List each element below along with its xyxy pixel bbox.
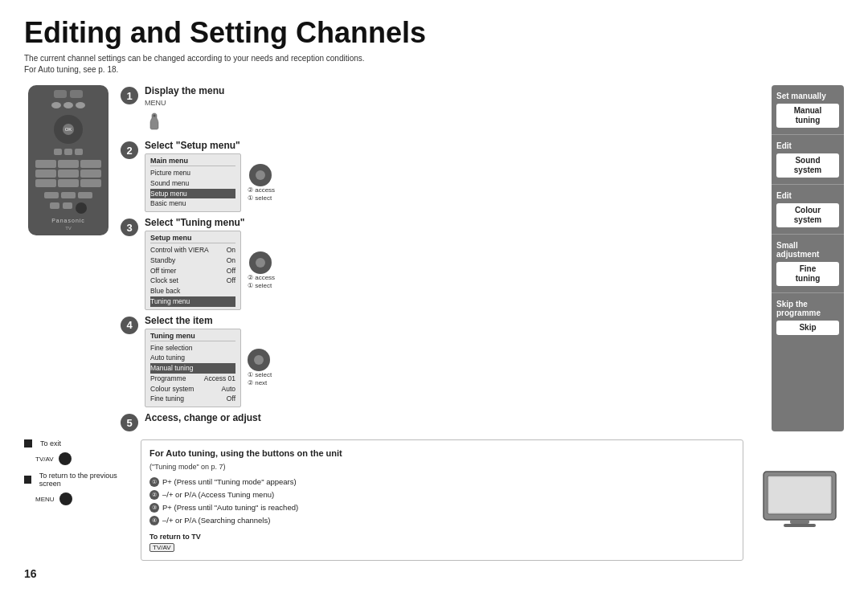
sidebar-skip-label: Skip the programme: [776, 300, 839, 317]
tuning-steps: ① P+ (Press until "Tuning mode" appears)…: [149, 476, 735, 528]
tv-image: [755, 439, 844, 561]
step-1-title: Display the menu: [145, 85, 764, 96]
step-2: 2 Select "Setup menu" Main menu Picture …: [121, 140, 764, 212]
tuning-step-1-text: P+ (Press until "Tuning mode" appears): [162, 476, 297, 488]
step-3-content: Select "Tuning menu" Setup menu Control …: [145, 217, 764, 310]
tuning-step-4-text: –/+ or P/A (Searching channels): [162, 514, 270, 527]
step-2-number: 2: [121, 141, 138, 159]
svg-rect-3: [769, 477, 830, 513]
return-label: To return to the previous screen: [39, 472, 129, 488]
steps-area: 1 Display the menu MENU 2 Select "Setup …: [121, 85, 764, 431]
step-4-menu: Tuning menu Fine selection Auto tuning M…: [145, 329, 241, 408]
bottom-area: To exit TV/AV To return to the previous …: [24, 439, 844, 561]
step-1-number: 1: [121, 87, 138, 104]
page-title: Editing and Setting Channels: [24, 16, 844, 50]
step-1: 1 Display the menu MENU: [121, 85, 764, 135]
step-3-select-label: ① select: [248, 282, 275, 289]
return-tv-label: To return to TV: [149, 533, 201, 541]
exit-label: To exit: [40, 439, 61, 447]
sidebar-colour-system-btn: Colour system: [776, 203, 839, 227]
svg-rect-4: [790, 520, 809, 524]
step-4-next-label: ② next: [248, 379, 272, 386]
exit-row: To exit: [24, 439, 129, 447]
sidebar-sound-system-btn: Sound system: [776, 153, 839, 178]
step-2-menu-title: Main menu: [150, 157, 235, 166]
sidebar-set-manually-label: Set manually: [776, 92, 839, 100]
page-number: 16: [24, 567, 844, 580]
return-btn-label: MENU: [35, 496, 55, 503]
step-4-title: Select the item: [145, 315, 764, 326]
sidebar-edit-sound-label: Edit: [776, 141, 839, 150]
step-5-number: 5: [121, 414, 138, 431]
step-2-title: Select "Setup menu": [145, 140, 764, 151]
exit-square-icon: [24, 439, 32, 447]
step-3-number: 3: [121, 219, 138, 236]
step-3-dpad: ② access ① select: [246, 251, 275, 289]
step-2-menu-row-1: Picture menu: [150, 168, 235, 178]
step-3-menu-title: Setup menu: [150, 234, 235, 243]
step-3: 3 Select "Tuning menu" Setup menu Contro…: [121, 217, 764, 310]
sidebar-small-adj-label: Small adjustment: [776, 241, 839, 259]
step-3-title: Select "Tuning menu": [145, 217, 764, 228]
return-row: To return to the previous screen: [24, 472, 129, 488]
sidebar-edit-sound: Edit Sound system: [772, 135, 844, 185]
sidebar-small-adjustment: Small adjustment Fine tuning: [772, 235, 844, 293]
remote-control: OK Panasonic TV: [24, 85, 113, 431]
sidebar-set-manually: Set manually Manual tuning: [772, 85, 844, 135]
step-2-access-label: ② access: [248, 186, 275, 194]
step-3-access-label: ② access: [248, 274, 275, 281]
sidebar-skip-programme: Skip the programme Skip: [772, 293, 844, 341]
auto-tuning-box: For Auto tuning, using the buttons on th…: [141, 439, 743, 561]
step-2-menu-row-2: Sound menu: [150, 178, 235, 189]
subtitle: The current channel settings can be chan…: [24, 53, 844, 76]
step-4-number: 4: [121, 317, 138, 334]
step-5: 5 Access, change or adjust: [121, 412, 764, 431]
step-2-menu-row-4: Basic menu: [150, 198, 235, 209]
step-4-select-label: ① select: [248, 371, 272, 378]
step-4: 4 Select the item Tuning menu Fine selec…: [121, 315, 764, 408]
remote-brand-label: Panasonic: [51, 218, 85, 223]
svg-rect-5: [784, 524, 816, 527]
step-4-dpad: ① select ② next: [246, 349, 272, 386]
tv-svg: [760, 468, 840, 532]
step-4-content: Select the item Tuning menu Fine selecti…: [145, 315, 764, 408]
remote-tv-label: TV: [65, 226, 72, 231]
step-5-title: Access, change or adjust: [145, 412, 764, 423]
auto-tuning-sub: ("Tuning mode" on p. 7): [149, 463, 735, 471]
step-5-content: Access, change or adjust: [145, 412, 764, 426]
right-sidebar: Set manually Manual tuning Edit Sound sy…: [772, 85, 844, 431]
step-1-sublabel: MENU: [145, 99, 764, 107]
return-round-btn: [59, 492, 72, 505]
step-4-menu-title: Tuning menu: [150, 332, 235, 341]
step-2-menu: Main menu Picture menu Sound menu Setup …: [145, 153, 241, 212]
step-3-menu: Setup menu Control with VIERAOn StandbyO…: [145, 231, 241, 310]
exit-round-btn: [59, 452, 72, 465]
step-2-dpad: ② access ① select: [246, 164, 275, 202]
bottom-left: To exit TV/AV To return to the previous …: [24, 439, 129, 561]
tuning-step-1: ① P+ (Press until "Tuning mode" appears): [149, 476, 735, 488]
return-square-icon: [24, 476, 31, 484]
tuning-step-2-text: –/+ or P/A (Access Tuning menu): [162, 488, 274, 501]
sidebar-fine-tuning-btn: Fine tuning: [776, 262, 839, 286]
sidebar-manual-tuning-btn: Manual tuning: [776, 104, 839, 128]
sidebar-skip-btn: Skip: [776, 321, 839, 335]
return-tv-btn: TV/AV: [149, 543, 174, 552]
tuning-step-3-text: P+ (Press until "Auto tuning" is reached…: [162, 501, 298, 514]
sidebar-edit-colour-label: Edit: [776, 191, 839, 200]
return-tv-row: To return to TV: [149, 533, 735, 541]
auto-tuning-title: For Auto tuning, using the buttons on th…: [149, 448, 735, 458]
tuning-step-3: ③ P+ (Press until "Auto tuning" is reach…: [149, 501, 735, 514]
tuning-step-2: ② –/+ or P/A (Access Tuning menu): [149, 488, 735, 501]
sidebar-edit-colour: Edit Colour system: [772, 185, 844, 235]
tuning-step-4: ④ –/+ or P/A (Searching channels): [149, 514, 735, 527]
step-2-menu-row-3: Setup menu: [150, 189, 235, 199]
menu-icon: [145, 110, 164, 133]
step-1-content: Display the menu MENU: [145, 85, 764, 135]
exit-btn-label: TV/AV: [35, 456, 54, 463]
svg-point-0: [154, 115, 156, 117]
step-2-content: Select "Setup menu" Main menu Picture me…: [145, 140, 764, 212]
step-2-select-label: ① select: [248, 194, 275, 202]
